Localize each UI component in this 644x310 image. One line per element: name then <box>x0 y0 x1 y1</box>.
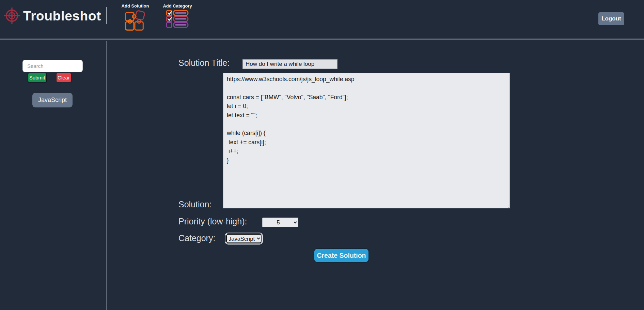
sidebar-category-javascript[interactable]: JavaScript <box>32 93 73 107</box>
search-clear-button[interactable]: Clear <box>56 73 72 83</box>
search-submit-button[interactable]: Submit <box>28 73 47 83</box>
header: Troubleshot Add Solution Add Category <box>0 0 644 40</box>
app-root: Troubleshot Add Solution Add Category <box>0 0 644 310</box>
solution-label: Solution: <box>178 200 211 209</box>
priority-select[interactable]: 5 <box>262 218 298 227</box>
category-label: Category: <box>178 233 215 243</box>
search-input[interactable] <box>22 60 83 72</box>
add-category-label: Add Category <box>163 3 192 9</box>
priority-label: Priority (low-high): <box>178 217 247 226</box>
solution-body-textarea[interactable]: https://www.w3schools.com/js/js_loop_whi… <box>223 73 510 208</box>
target-logo-icon <box>3 7 20 24</box>
sidebar-divider <box>106 41 107 310</box>
create-solution-button[interactable]: Create Solution <box>314 248 369 263</box>
app-title: Troubleshot <box>23 8 101 25</box>
category-select[interactable]: JavaScript <box>226 234 261 243</box>
add-solution-label: Add Solution <box>121 3 150 9</box>
solution-title-input[interactable] <box>242 59 337 69</box>
header-divider <box>106 7 107 24</box>
nav-add-solution[interactable]: Add Solution <box>121 3 150 33</box>
category-select-focus-ring: JavaScript <box>225 233 262 244</box>
checklist-icon <box>166 9 189 29</box>
solution-title-label: Solution Title: <box>178 58 230 68</box>
puzzle-icon <box>123 9 147 32</box>
logout-button[interactable]: Logout <box>598 12 624 25</box>
nav-add-category[interactable]: Add Category <box>163 3 192 30</box>
